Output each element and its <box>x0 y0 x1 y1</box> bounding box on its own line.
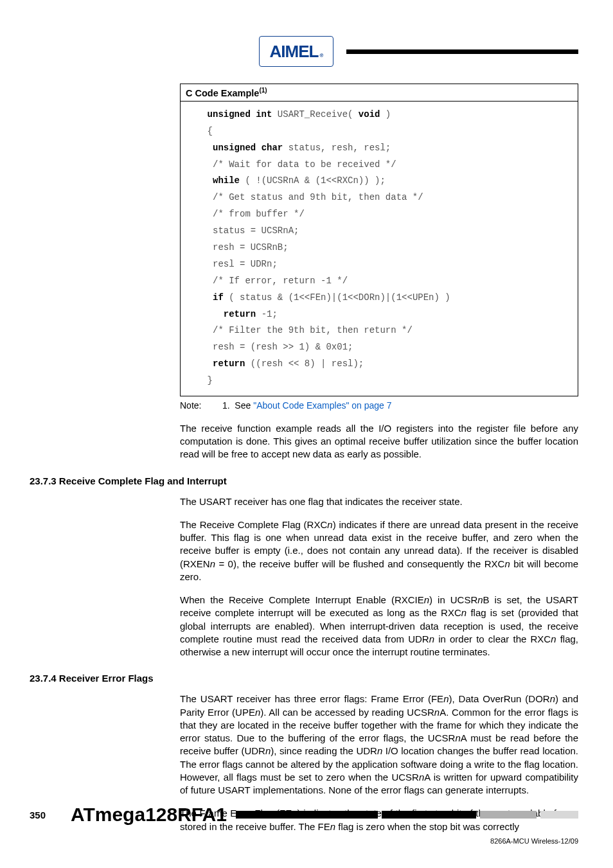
section-heading-2373: 23.7.3 Receive Complete Flag and Interru… <box>30 475 578 486</box>
note-pretext: See <box>235 400 253 411</box>
footer-bar <box>236 811 578 819</box>
code-example-title: C Code Example(1) <box>181 84 578 102</box>
note-link[interactable]: "About Code Examples" on page 7 <box>253 400 391 411</box>
page-footer: 350 ATmega128RFA1 8266A-MCU Wireless-12/… <box>30 804 578 845</box>
section1-p1: The USART receiver has one flag that ind… <box>180 495 578 508</box>
paragraph-intro: The receive function example reads all t… <box>180 422 578 461</box>
doc-code: 8266A-MCU Wireless-12/09 <box>30 837 578 845</box>
note-number: 1. <box>222 400 230 411</box>
note-row: Note: 1. See "About Code Examples" on pa… <box>180 400 578 411</box>
code-title-sup: (1) <box>259 87 267 94</box>
header-rule <box>346 49 578 54</box>
logo-text: AIMEL <box>270 42 319 62</box>
section1-p2: The Receive Complete Flag (RXCn) indicat… <box>180 518 578 583</box>
section1-p3: When the Receive Complete Interrupt Enab… <box>180 594 578 659</box>
header-row: AIMEL ® <box>0 36 613 67</box>
section-heading-2374: 23.7.4 Receiver Error Flags <box>30 673 578 684</box>
product-name: ATmega128RFA1 <box>71 804 227 826</box>
section2-p1: The USART receiver has three error flags… <box>180 693 578 797</box>
code-body: unsigned int USART_Receive( void ) { uns… <box>181 102 578 396</box>
logo-registered: ® <box>319 53 323 58</box>
brand-logo: AIMEL ® <box>259 36 333 67</box>
page-number: 350 <box>30 810 71 820</box>
code-title-text: C Code Example <box>186 88 259 98</box>
note-label: Note: <box>180 400 220 411</box>
code-example-box: C Code Example(1) unsigned int USART_Rec… <box>180 84 578 396</box>
